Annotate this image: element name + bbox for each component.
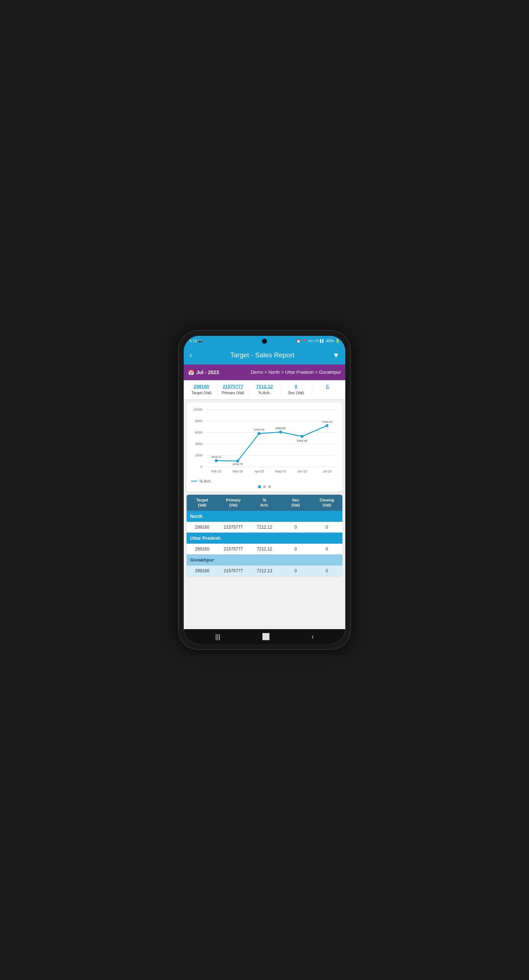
chart-pagination (189, 484, 340, 490)
svg-point-16 (300, 435, 303, 438)
chart-legend: % Ach. (189, 477, 340, 484)
nav-menu-button[interactable]: ||| (215, 633, 220, 641)
svg-point-17 (326, 424, 329, 427)
table-row: 299160 21575777 7212.12 0 0 (187, 544, 342, 554)
svg-point-13 (236, 460, 239, 463)
summary-ach[interactable]: 7212.12 % Ach. (249, 384, 280, 396)
time-display: 5:16 (189, 339, 197, 343)
svg-point-12 (215, 459, 218, 462)
row-north-ach: 7212.12 (249, 522, 280, 533)
row-up-sec: 0 (280, 544, 311, 554)
summary-c[interactable]: C (312, 384, 343, 396)
row-gorakhpur-sec: 0 (280, 565, 311, 576)
status-left: 5:16 📷 (189, 339, 202, 343)
section-header-up[interactable]: Uttar Pradesh (187, 533, 342, 544)
calendar-icon: 📅 (188, 369, 194, 375)
ach-label: % Ach. (259, 391, 270, 395)
summary-primary[interactable]: 21575777 Primary (Val) (217, 384, 249, 396)
svg-text:0: 0 (200, 465, 202, 469)
section-header-north[interactable]: North (187, 511, 342, 522)
row-up-target: 299160 (187, 544, 218, 554)
svg-text:Jul-23: Jul-23 (323, 469, 332, 473)
row-up-closing: 0 (311, 544, 342, 554)
summary-row: 299160 Target (Val) 21575777 Primary (Va… (184, 380, 345, 399)
signal-icon: Vo) LTE ▌▌ (308, 339, 324, 343)
sec-label: Sec (Val) (288, 391, 304, 395)
svg-text:4000: 4000 (195, 442, 202, 445)
nav-home-button[interactable]: ⬜ (262, 633, 270, 641)
phone-frame: 5:16 📷 ⏰ 📍 Vo) LTE ▌▌ 49% 🔋 ‹ Target - S… (179, 331, 350, 649)
row-gorakhpur-primary: 21575777 (218, 565, 249, 576)
row-gorakhpur-ach: 7212.13 (249, 565, 280, 576)
back-button[interactable]: ‹ (189, 350, 192, 360)
table-row: 299160 21575777 7212.13 0 0 (187, 565, 342, 576)
row-north-primary: 21575777 (218, 522, 249, 533)
col-header-ach: %Ach. (249, 495, 280, 511)
page-title: Target - Sales Report (192, 351, 332, 359)
battery-display: 49% (326, 339, 334, 343)
summary-sec[interactable]: 0 Sec (Val) (281, 384, 312, 396)
table-row: 299160 21575777 7212.12 0 0 (187, 522, 342, 533)
ach-value[interactable]: 7212.12 (250, 384, 278, 389)
bottom-nav: ||| ⬜ ‹ (184, 629, 345, 644)
legend-label: % Ach. (199, 479, 211, 483)
primary-label: Primary (Val) (222, 391, 244, 395)
svg-text:Apr-23: Apr-23 (254, 469, 264, 473)
legend-line-icon (191, 481, 197, 481)
col-header-sec: Sec(Val) (280, 495, 311, 511)
date-display: Jul - 2023 (196, 369, 219, 375)
svg-text:6000: 6000 (195, 431, 202, 434)
content-area: 299160 Target (Val) 21575777 Primary (Va… (184, 380, 345, 629)
location-icon: 📍 (302, 339, 306, 343)
chart-dot-1[interactable] (258, 485, 261, 488)
svg-text:5354.49: 5354.49 (297, 439, 307, 442)
chart-area: 10000 8000 6000 4000 2000 0 (189, 406, 340, 477)
status-right: ⏰ 📍 Vo) LTE ▌▌ 49% 🔋 (296, 339, 340, 343)
svg-text:5797.53: 5797.53 (254, 428, 265, 431)
row-gorakhpur-closing: 0 (311, 565, 342, 576)
alarm-icon: ⏰ (296, 339, 300, 343)
svg-text:6095.82: 6095.82 (276, 427, 286, 430)
svg-text:10000: 10000 (193, 408, 202, 411)
row-north-closing: 0 (311, 522, 342, 533)
row-north-target: 299160 (187, 522, 218, 533)
line-chart: 10000 8000 6000 4000 2000 0 (189, 406, 340, 477)
c-value[interactable]: C (313, 384, 342, 389)
row-up-primary: 21575777 (218, 544, 249, 554)
chart-dot-3[interactable] (268, 485, 271, 488)
section-header-gorakhpur[interactable]: Gorakhpur (187, 554, 342, 565)
chart-container: 10000 8000 6000 4000 2000 0 (187, 402, 342, 492)
row-north-sec: 0 (280, 522, 311, 533)
svg-point-15 (279, 431, 282, 433)
svg-text:Feb-23: Feb-23 (211, 469, 222, 473)
breadcrumb: Demo > North > Uttar Pradesh > Gorakhpur (223, 369, 341, 375)
section-gorakhpur: Gorakhpur 299160 21575777 7212.13 0 0 (187, 554, 342, 576)
row-up-ach: 7212.12 (249, 544, 280, 554)
summary-target[interactable]: 299160 Target (Val) (186, 384, 217, 396)
col-header-closing: Closing(Val) (311, 495, 342, 511)
sec-value[interactable]: 0 (282, 384, 310, 389)
phone-screen: 5:16 📷 ⏰ 📍 Vo) LTE ▌▌ 49% 🔋 ‹ Target - S… (184, 336, 345, 644)
camera (262, 339, 267, 344)
svg-text:8000: 8000 (195, 419, 202, 423)
table-header-row: Target(Val) Primary(Val) %Ach. Sec(Val) … (187, 495, 342, 511)
svg-text:Mar-23: Mar-23 (233, 469, 243, 473)
svg-text:2000: 2000 (195, 453, 202, 457)
target-value[interactable]: 299160 (187, 384, 216, 389)
status-icons: 📷 (199, 339, 202, 343)
date-section[interactable]: 📅 Jul - 2023 (188, 369, 219, 375)
date-breadcrumb-bar: 📅 Jul - 2023 Demo > North > Uttar Prades… (184, 364, 345, 380)
chart-dot-2[interactable] (263, 485, 266, 488)
filter-button[interactable]: ▼ (332, 351, 340, 360)
svg-text:May-23: May-23 (275, 469, 286, 473)
col-header-primary: Primary(Val) (218, 495, 249, 511)
svg-text:1019.12: 1019.12 (211, 455, 222, 458)
svg-point-14 (258, 432, 261, 435)
col-header-target: Target(Val) (187, 495, 218, 511)
nav-back-button[interactable]: ‹ (312, 633, 314, 641)
svg-text:Jun-23: Jun-23 (297, 469, 307, 473)
data-table: Target(Val) Primary(Val) %Ach. Sec(Val) … (187, 495, 342, 576)
row-gorakhpur-target: 299160 (187, 565, 218, 576)
app-bar: ‹ Target - Sales Report ▼ (184, 346, 345, 364)
primary-value[interactable]: 21575777 (219, 384, 247, 389)
